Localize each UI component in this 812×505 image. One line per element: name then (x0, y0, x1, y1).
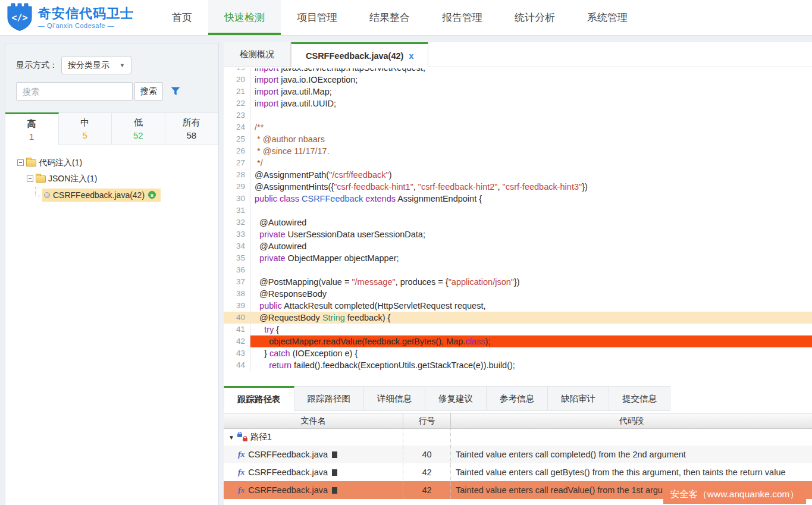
tree-selected-file[interactable]: CSRFFeedback.java(42) s (42, 189, 161, 202)
code-text: @AssignmentPath("/csrf/feedback") (250, 169, 812, 181)
nav-item-项目管理[interactable]: 项目管理 (281, 0, 353, 35)
tab-csrffeedback-file[interactable]: CSRFFeedback.java(42) x (291, 42, 428, 67)
code-line: 24/** (224, 121, 812, 133)
severity-tab-中[interactable]: 中5 (59, 112, 112, 145)
nav-item-首页[interactable]: 首页 (156, 0, 208, 35)
detail-tab-详细信息[interactable]: 详细信息 (364, 386, 425, 411)
code-line: 22import java.util.UUID; (224, 98, 812, 109)
line-number: 26 (224, 145, 250, 157)
app-logo: </> 奇安信代码卫士 — Qi'anxin Codesafe — (0, 0, 149, 35)
chevron-down-icon: ▼ (120, 62, 125, 68)
detail-tab-跟踪路径图[interactable]: 跟踪路径图 (294, 386, 365, 411)
file-cell: fxCSRFFeedback.java (224, 463, 403, 481)
file-name: CSRFFeedback.java (248, 468, 328, 477)
detail-tab-提交信息[interactable]: 提交信息 (609, 386, 670, 411)
line-number: 34 (224, 240, 250, 252)
path-group-row[interactable]: ▼ 路径1 (224, 429, 812, 446)
severity-tab-所有[interactable]: 所有58 (165, 112, 219, 145)
path-group-label: 路径1 (250, 432, 272, 443)
line-number: 43 (224, 347, 250, 359)
bullet-icon (44, 192, 50, 198)
nav-item-快速检测[interactable]: 快速检测 (208, 0, 281, 35)
code-line: 41 try { (224, 324, 812, 335)
code-line: 30public class CSRFFeedback extends Assi… (224, 193, 812, 205)
table-row[interactable]: fxCSRFFeedback.java42Tainted value enter… (224, 463, 812, 481)
status-badge: s (148, 191, 156, 199)
tree-node-file[interactable]: CSRFFeedback.java(42) s (11, 187, 218, 203)
code-text: @RequestBody String feedback) { (250, 312, 812, 324)
code-text: * @author nbaars (250, 133, 812, 145)
tab-detection-overview[interactable]: 检测概况 (224, 42, 291, 67)
detail-tab-修复建议[interactable]: 修复建议 (425, 386, 487, 411)
code-text: private UserSessionData userSessionData; (250, 228, 812, 240)
line-number: 27 (224, 157, 250, 169)
code-line: 32 @Autowired (224, 217, 812, 228)
severity-label: 中 (80, 117, 89, 128)
collapse-icon[interactable] (17, 159, 24, 166)
line-number: 37 (224, 276, 250, 288)
code-line: 28@AssignmentPath("/csrf/feedback") (224, 169, 812, 181)
expand-triangle-icon[interactable]: ▼ (228, 434, 234, 441)
line-number-cell: 42 (403, 481, 451, 499)
severity-tab-高[interactable]: 高1 (5, 112, 59, 145)
code-line: 34 @Autowired (224, 240, 812, 252)
defect-tree: 代码注入(1) JSON注入(1) CSRFFeedback.java(42) … (5, 145, 218, 203)
copy-icon[interactable] (332, 487, 337, 494)
nav-item-系统管理[interactable]: 系统管理 (571, 0, 644, 35)
tree-node-code-injection[interactable]: 代码注入(1) (11, 155, 218, 171)
file-cell: fxCSRFFeedback.java (224, 481, 403, 499)
code-line: 35 private ObjectMapper objectMapper; (224, 252, 812, 264)
col-header-filename: 文件名 (224, 413, 403, 428)
detail-tab-缺陷审计[interactable]: 缺陷审计 (548, 386, 609, 411)
shield-code-icon: </> (6, 2, 33, 33)
col-header-lineno: 行号 (403, 413, 451, 428)
path-locks-icon (237, 433, 247, 441)
detail-tab-参考信息[interactable]: 参考信息 (487, 386, 548, 411)
app-title: 奇安信代码卫士 (38, 6, 134, 21)
code-line: 33 private UserSessionData userSessionDa… (224, 228, 812, 240)
detail-tab-跟踪路径表[interactable]: 跟踪路径表 (224, 386, 294, 411)
close-icon[interactable]: x (409, 51, 413, 61)
code-text (250, 205, 812, 217)
code-segment-cell: Tainted value enters call completed() fr… (451, 446, 812, 463)
function-icon: fx (238, 485, 244, 495)
code-text: @Autowired (250, 217, 812, 228)
line-number: 23 (224, 109, 250, 121)
tree-node-json-injection[interactable]: JSON注入(1) (11, 171, 218, 187)
folder-icon (26, 159, 36, 167)
line-number: 20 (224, 74, 250, 86)
code-line: 36 (224, 264, 812, 276)
copy-icon[interactable] (332, 469, 337, 476)
line-number: 22 (224, 98, 250, 109)
table-row[interactable]: fxCSRFFeedback.java40Tainted value enter… (224, 446, 812, 463)
display-mode-select[interactable]: 按分类显示 ▼ (61, 56, 131, 74)
tree-file-label: CSRFFeedback.java(42) (53, 190, 145, 200)
code-text: } catch (IOException e) { (250, 347, 812, 359)
code-line: 26 * @since 11/17/17. (224, 145, 812, 157)
code-line: 42 objectMapper.readValue(feedback.getBy… (224, 335, 812, 347)
severity-tab-低[interactable]: 低52 (112, 112, 165, 145)
code-text: @ResponseBody (250, 288, 812, 300)
code-text: /** (250, 121, 812, 133)
code-text: */ (250, 157, 812, 169)
filter-icon[interactable] (171, 87, 180, 96)
code-line: 44 return failed().feedback(ExceptionUti… (224, 359, 812, 371)
display-mode-value: 按分类显示 (68, 60, 109, 71)
code-text: import javax.servlet.http.HttpServletReq… (250, 68, 812, 74)
line-number: 32 (224, 217, 250, 228)
code-partial: 19import javax.servlet.http.HttpServletR… (224, 68, 812, 74)
collapse-icon[interactable] (27, 175, 33, 182)
copy-icon[interactable] (332, 451, 337, 458)
code-viewer[interactable]: 19import javax.servlet.http.HttpServletR… (224, 67, 812, 371)
nav-item-报告管理[interactable]: 报告管理 (426, 0, 499, 35)
code-text: import java.util.UUID; (250, 98, 812, 109)
code-line: 23 (224, 109, 812, 121)
file-name: CSRFFeedback.java (248, 450, 328, 459)
tree-node-label: 代码注入(1) (39, 158, 82, 168)
nav-item-统计分析[interactable]: 统计分析 (499, 0, 571, 35)
search-input[interactable] (16, 82, 133, 101)
nav-item-结果整合[interactable]: 结果整合 (353, 0, 426, 35)
path-group-cell: ▼ 路径1 (224, 429, 403, 446)
search-button[interactable]: 搜索 (134, 82, 163, 101)
line-number: 29 (224, 181, 250, 193)
